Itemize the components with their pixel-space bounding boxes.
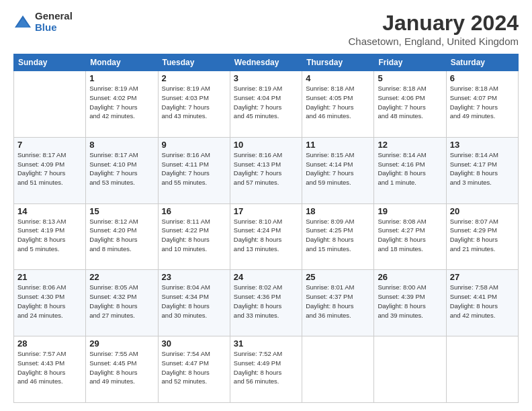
day-cell: 26Sunrise: 8:00 AMSunset: 4:39 PMDayligh… bbox=[374, 270, 446, 336]
day-number: 6 bbox=[450, 73, 515, 83]
day-cell: 29Sunrise: 7:55 AMSunset: 4:45 PMDayligh… bbox=[86, 336, 158, 403]
day-cell: 4Sunrise: 8:18 AMSunset: 4:05 PMDaylight… bbox=[302, 71, 374, 138]
day-cell: 19Sunrise: 8:08 AMSunset: 4:27 PMDayligh… bbox=[374, 203, 446, 270]
day-number: 30 bbox=[162, 338, 226, 349]
day-info: Sunrise: 7:57 AMSunset: 4:43 PMDaylight:… bbox=[17, 349, 82, 386]
day-number: 17 bbox=[234, 206, 298, 216]
day-number: 3 bbox=[234, 73, 298, 83]
day-info: Sunrise: 8:13 AMSunset: 4:19 PMDaylight:… bbox=[17, 217, 82, 254]
day-number: 11 bbox=[306, 140, 370, 150]
day-info: Sunrise: 8:08 AMSunset: 4:27 PMDaylight:… bbox=[378, 217, 442, 254]
day-info: Sunrise: 8:16 AMSunset: 4:13 PMDaylight:… bbox=[234, 150, 298, 187]
page: General Blue January 2024 Chasetown, Eng… bbox=[0, 0, 532, 411]
day-cell bbox=[374, 336, 446, 403]
col-header-wednesday: Wednesday bbox=[230, 54, 302, 71]
day-cell: 17Sunrise: 8:10 AMSunset: 4:24 PMDayligh… bbox=[230, 203, 302, 270]
day-info: Sunrise: 7:52 AMSunset: 4:49 PMDaylight:… bbox=[234, 349, 298, 386]
day-cell: 31Sunrise: 7:52 AMSunset: 4:49 PMDayligh… bbox=[230, 336, 302, 403]
col-header-saturday: Saturday bbox=[446, 54, 518, 71]
day-cell: 3Sunrise: 8:19 AMSunset: 4:04 PMDaylight… bbox=[230, 71, 302, 138]
day-cell: 22Sunrise: 8:05 AMSunset: 4:32 PMDayligh… bbox=[86, 270, 158, 336]
logo: General Blue bbox=[13, 11, 73, 33]
day-cell: 23Sunrise: 8:04 AMSunset: 4:34 PMDayligh… bbox=[158, 270, 230, 336]
day-info: Sunrise: 7:55 AMSunset: 4:45 PMDaylight:… bbox=[89, 349, 154, 386]
day-info: Sunrise: 8:10 AMSunset: 4:24 PMDaylight:… bbox=[234, 217, 298, 254]
day-info: Sunrise: 8:09 AMSunset: 4:25 PMDaylight:… bbox=[306, 217, 370, 254]
day-number: 24 bbox=[234, 272, 298, 282]
day-info: Sunrise: 8:12 AMSunset: 4:20 PMDaylight:… bbox=[89, 217, 154, 254]
day-info: Sunrise: 8:18 AMSunset: 4:05 PMDaylight:… bbox=[306, 84, 370, 121]
day-number: 18 bbox=[306, 206, 370, 216]
col-header-friday: Friday bbox=[374, 54, 446, 71]
day-number: 1 bbox=[89, 73, 154, 83]
day-cell: 21Sunrise: 8:06 AMSunset: 4:30 PMDayligh… bbox=[14, 270, 86, 336]
day-number: 29 bbox=[89, 338, 154, 349]
day-number: 19 bbox=[378, 206, 442, 216]
week-row-1: 1Sunrise: 8:19 AMSunset: 4:02 PMDaylight… bbox=[14, 71, 519, 138]
logo-icon bbox=[13, 13, 32, 32]
week-row-4: 21Sunrise: 8:06 AMSunset: 4:30 PMDayligh… bbox=[14, 270, 519, 336]
title-block: January 2024 Chasetown, England, United … bbox=[349, 11, 519, 47]
day-number: 28 bbox=[17, 338, 82, 349]
day-info: Sunrise: 8:01 AMSunset: 4:37 PMDaylight:… bbox=[306, 283, 370, 320]
day-number: 23 bbox=[162, 272, 226, 282]
day-number: 22 bbox=[89, 272, 154, 282]
day-cell: 20Sunrise: 8:07 AMSunset: 4:29 PMDayligh… bbox=[446, 203, 518, 270]
day-info: Sunrise: 8:18 AMSunset: 4:07 PMDaylight:… bbox=[450, 84, 515, 121]
day-info: Sunrise: 8:11 AMSunset: 4:22 PMDaylight:… bbox=[162, 217, 226, 254]
logo-text: General Blue bbox=[35, 11, 73, 33]
calendar-table: SundayMondayTuesdayWednesdayThursdayFrid… bbox=[13, 54, 519, 403]
day-cell bbox=[14, 71, 86, 138]
day-cell: 28Sunrise: 7:57 AMSunset: 4:43 PMDayligh… bbox=[14, 336, 86, 403]
day-cell: 25Sunrise: 8:01 AMSunset: 4:37 PMDayligh… bbox=[302, 270, 374, 336]
day-info: Sunrise: 8:05 AMSunset: 4:32 PMDaylight:… bbox=[89, 283, 154, 320]
day-info: Sunrise: 8:00 AMSunset: 4:39 PMDaylight:… bbox=[378, 283, 442, 320]
day-info: Sunrise: 8:14 AMSunset: 4:16 PMDaylight:… bbox=[378, 150, 442, 187]
day-cell: 6Sunrise: 8:18 AMSunset: 4:07 PMDaylight… bbox=[446, 71, 518, 138]
week-row-2: 7Sunrise: 8:17 AMSunset: 4:09 PMDaylight… bbox=[14, 137, 519, 203]
day-info: Sunrise: 8:17 AMSunset: 4:09 PMDaylight:… bbox=[17, 150, 82, 187]
location: Chasetown, England, United Kingdom bbox=[349, 36, 519, 47]
day-cell: 24Sunrise: 8:02 AMSunset: 4:36 PMDayligh… bbox=[230, 270, 302, 336]
day-info: Sunrise: 7:54 AMSunset: 4:47 PMDaylight:… bbox=[162, 349, 226, 386]
day-number: 21 bbox=[17, 272, 82, 282]
day-cell: 8Sunrise: 8:17 AMSunset: 4:10 PMDaylight… bbox=[86, 137, 158, 203]
day-cell: 15Sunrise: 8:12 AMSunset: 4:20 PMDayligh… bbox=[86, 203, 158, 270]
logo-blue-text: Blue bbox=[35, 22, 73, 34]
day-cell: 5Sunrise: 8:18 AMSunset: 4:06 PMDaylight… bbox=[374, 71, 446, 138]
day-number: 14 bbox=[17, 206, 82, 216]
day-number: 27 bbox=[450, 272, 515, 282]
day-cell bbox=[302, 336, 374, 403]
day-number: 7 bbox=[17, 140, 82, 150]
day-info: Sunrise: 8:19 AMSunset: 4:02 PMDaylight:… bbox=[89, 84, 154, 121]
day-number: 16 bbox=[162, 206, 226, 216]
day-cell: 27Sunrise: 7:58 AMSunset: 4:41 PMDayligh… bbox=[446, 270, 518, 336]
day-cell: 9Sunrise: 8:16 AMSunset: 4:11 PMDaylight… bbox=[158, 137, 230, 203]
day-cell: 13Sunrise: 8:14 AMSunset: 4:17 PMDayligh… bbox=[446, 137, 518, 203]
day-cell: 14Sunrise: 8:13 AMSunset: 4:19 PMDayligh… bbox=[14, 203, 86, 270]
logo-general-text: General bbox=[35, 11, 73, 22]
day-number: 20 bbox=[450, 206, 515, 216]
day-number: 9 bbox=[162, 140, 226, 150]
day-cell bbox=[446, 336, 518, 403]
day-number: 5 bbox=[378, 73, 442, 83]
col-header-sunday: Sunday bbox=[14, 54, 86, 71]
day-cell: 16Sunrise: 8:11 AMSunset: 4:22 PMDayligh… bbox=[158, 203, 230, 270]
day-cell: 7Sunrise: 8:17 AMSunset: 4:09 PMDaylight… bbox=[14, 137, 86, 203]
day-number: 25 bbox=[306, 272, 370, 282]
day-info: Sunrise: 8:04 AMSunset: 4:34 PMDaylight:… bbox=[162, 283, 226, 320]
day-cell: 10Sunrise: 8:16 AMSunset: 4:13 PMDayligh… bbox=[230, 137, 302, 203]
week-row-5: 28Sunrise: 7:57 AMSunset: 4:43 PMDayligh… bbox=[14, 336, 519, 403]
month-year: January 2024 bbox=[349, 11, 519, 36]
day-cell: 18Sunrise: 8:09 AMSunset: 4:25 PMDayligh… bbox=[302, 203, 374, 270]
day-number: 4 bbox=[306, 73, 370, 83]
col-header-monday: Monday bbox=[86, 54, 158, 71]
day-number: 15 bbox=[89, 206, 154, 216]
day-number: 13 bbox=[450, 140, 515, 150]
day-cell: 2Sunrise: 8:19 AMSunset: 4:03 PMDaylight… bbox=[158, 71, 230, 138]
day-cell: 1Sunrise: 8:19 AMSunset: 4:02 PMDaylight… bbox=[86, 71, 158, 138]
day-number: 26 bbox=[378, 272, 442, 282]
day-number: 12 bbox=[378, 140, 442, 150]
day-info: Sunrise: 8:02 AMSunset: 4:36 PMDaylight:… bbox=[234, 283, 298, 320]
day-number: 31 bbox=[234, 338, 298, 349]
